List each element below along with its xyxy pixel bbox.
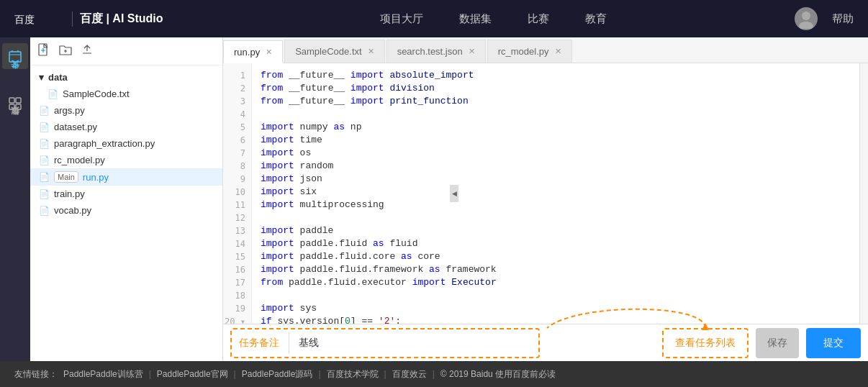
editor-area: run.py ✕ SampleCode.txt ✕ search.test.js… [223, 37, 868, 361]
tab-rc-model-close[interactable]: ✕ [555, 47, 561, 56]
file-vocab[interactable]: 📄 vocab.py [30, 202, 222, 219]
svg-text:百度: 百度 [14, 14, 35, 25]
tab-search-json[interactable]: search.test.json ✕ [386, 40, 486, 63]
file-paragraph-label: paragraph_extraction.py [54, 138, 155, 149]
new-file-icon[interactable] [37, 43, 50, 59]
collapse-panel-arrow[interactable]: ◀ [450, 185, 458, 202]
file-rcmodel-label: rc_model.py [54, 155, 105, 165]
file-train-label: train.py [54, 188, 85, 199]
upload-icon[interactable] [81, 43, 94, 59]
code-editor[interactable]: from __future__ import absolute_import f… [252, 63, 859, 324]
sidebar-datasets-icon[interactable] [2, 91, 28, 117]
baseline-input[interactable] [322, 337, 531, 349]
footer-baiduai[interactable]: 百度技术学院 [327, 368, 379, 381]
view-tasks-button[interactable]: 查看任务列表 [662, 328, 749, 358]
svg-rect-4 [9, 98, 14, 103]
nav-projects[interactable]: 项目大厅 [380, 12, 423, 26]
folder-arrow: ▾ [39, 72, 44, 83]
sidebar-datasets-label[interactable]: 数据集 [9, 119, 22, 125]
file-icon: 📄 [39, 206, 50, 216]
navbar: 百度 百度 | AI Studio 项目大厅 数据集 比赛 教育 帮助 [0, 0, 868, 37]
svg-point-1 [802, 12, 810, 20]
file-dataset[interactable]: 📄 dataset.py [30, 119, 222, 135]
sidebar-files-label[interactable]: 文件夹 [9, 72, 22, 81]
svg-rect-7 [16, 104, 21, 109]
file-icon: 📄 [39, 122, 50, 132]
tab-samplecode[interactable]: SampleCode.txt ✕ [284, 40, 385, 63]
baseline-label: 基线 [293, 337, 319, 350]
footer-paddlesrc[interactable]: PaddlePaddle源码 [242, 368, 313, 381]
file-paragraph[interactable]: 📄 paragraph_extraction.py [30, 135, 222, 152]
left-panel: 文件夹 数据集 [0, 37, 30, 361]
folder-data-label: data [48, 72, 68, 83]
main-content: 文件夹 数据集 ▾ data 📄 S [0, 37, 868, 361]
tab-rc-model-label: rc_model.py [498, 46, 549, 57]
left-sidebar: 文件夹 数据集 [0, 37, 30, 361]
file-icon: 📄 [39, 106, 50, 116]
nav-datasets[interactable]: 数据集 [459, 12, 492, 26]
scrollbar[interactable] [859, 63, 868, 324]
footer-paddlecamp[interactable]: PaddlePaddle训练营 [63, 368, 143, 381]
submit-button[interactable]: 提交 [806, 328, 861, 358]
footer-copyright: © 2019 Baidu 使用百度前必读 [440, 368, 556, 381]
tab-run-py-close[interactable]: ✕ [266, 47, 272, 57]
file-run-label: run.py [83, 172, 109, 183]
nav-right: 帮助 [795, 7, 854, 30]
folder-data[interactable]: ▾ data [30, 69, 222, 86]
file-run[interactable]: 📄 Main run.py [30, 168, 222, 186]
nav-education[interactable]: 教育 [585, 12, 607, 26]
editor-content: ◀ 1 2 3 4 5 6 7 8 9 10 11 12 13 14 15 16… [223, 63, 868, 324]
avatar[interactable] [795, 7, 818, 30]
bottom-bar: 任务备注 基线 查看任务列表 保存 提交 [223, 324, 868, 361]
file-args-label: args.py [54, 105, 85, 116]
tab-run-py-label: run.py [234, 47, 260, 58]
file-icon: 📄 [39, 155, 50, 165]
svg-rect-3 [9, 52, 21, 62]
file-icon: 📄 [39, 172, 50, 182]
brand: 百度 百度 | AI Studio [14, 9, 163, 29]
svg-rect-6 [9, 104, 14, 109]
file-panel: ▾ data 📄 SampleCode.txt 📄 args.py 📄 data… [30, 37, 223, 361]
file-args[interactable]: 📄 args.py [30, 102, 222, 119]
file-samplecode[interactable]: 📄 SampleCode.txt [30, 86, 222, 102]
input-separator [289, 332, 289, 354]
task-input-area: 任务备注 基线 [230, 328, 540, 358]
line-numbers: 1 2 3 4 5 6 7 8 9 10 11 12 13 14 15 16 1… [223, 63, 252, 324]
tab-rc-model[interactable]: rc_model.py ✕ [487, 40, 572, 63]
file-icon: 📄 [39, 139, 50, 149]
tab-search-json-close[interactable]: ✕ [469, 47, 475, 56]
sidebar-files-icon[interactable] [2, 43, 28, 69]
tab-search-json-label: search.test.json [397, 46, 463, 57]
footer-paddleofficial[interactable]: PaddlePaddle官网 [157, 368, 228, 381]
file-rcmodel[interactable]: 📄 rc_model.py [30, 152, 222, 168]
svg-point-2 [799, 22, 813, 29]
footer-baiducloud[interactable]: 百度效云 [392, 368, 427, 381]
nav-competition[interactable]: 比赛 [528, 12, 549, 26]
right-actions: 查看任务列表 保存 提交 [662, 328, 861, 358]
tab-samplecode-close[interactable]: ✕ [368, 47, 374, 56]
footer: 友情链接： PaddlePaddle训练营 | PaddlePaddle官网 |… [0, 361, 868, 387]
baidu-logo-icon: 百度 [14, 9, 72, 29]
editor-tabs: run.py ✕ SampleCode.txt ✕ search.test.js… [223, 37, 868, 63]
file-icon: 📄 [48, 89, 58, 99]
svg-rect-5 [16, 98, 21, 103]
footer-prefix: 友情链接： [14, 368, 58, 381]
file-panel-toolbar [30, 37, 222, 65]
file-samplecode-label: SampleCode.txt [63, 88, 130, 99]
ai-studio-label: 百度 | AI Studio [72, 12, 163, 27]
file-vocab-label: vocab.py [54, 205, 91, 216]
help-link[interactable]: 帮助 [832, 12, 854, 26]
save-button[interactable]: 保存 [756, 328, 799, 358]
file-tree: ▾ data 📄 SampleCode.txt 📄 args.py 📄 data… [30, 65, 222, 361]
nav-links: 项目大厅 数据集 比赛 教育 [192, 12, 795, 26]
file-dataset-label: dataset.py [54, 122, 97, 132]
file-train[interactable]: 📄 train.py [30, 186, 222, 202]
tab-samplecode-label: SampleCode.txt [295, 46, 362, 57]
main-badge: Main [54, 171, 78, 183]
file-icon: 📄 [39, 189, 50, 199]
task-label: 任务备注 [239, 337, 279, 350]
new-folder-icon[interactable] [59, 43, 72, 59]
tab-run-py[interactable]: run.py ✕ [223, 40, 283, 63]
